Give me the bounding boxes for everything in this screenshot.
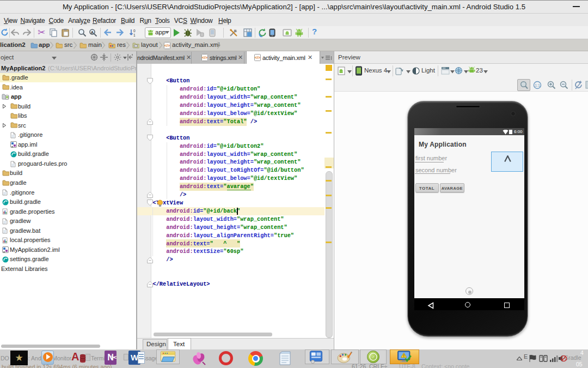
svg-text:</>: </> bbox=[164, 44, 170, 47]
svg-text:</>: </> bbox=[255, 56, 260, 59]
svg-text:!: ! bbox=[403, 354, 404, 358]
svg-text:A: A bbox=[91, 30, 94, 35]
svg-text:1: 1 bbox=[133, 33, 136, 37]
svg-text:0: 0 bbox=[133, 29, 136, 33]
svg-text:</>: </> bbox=[202, 56, 207, 59]
svg-text:1:1: 1:1 bbox=[535, 83, 540, 87]
